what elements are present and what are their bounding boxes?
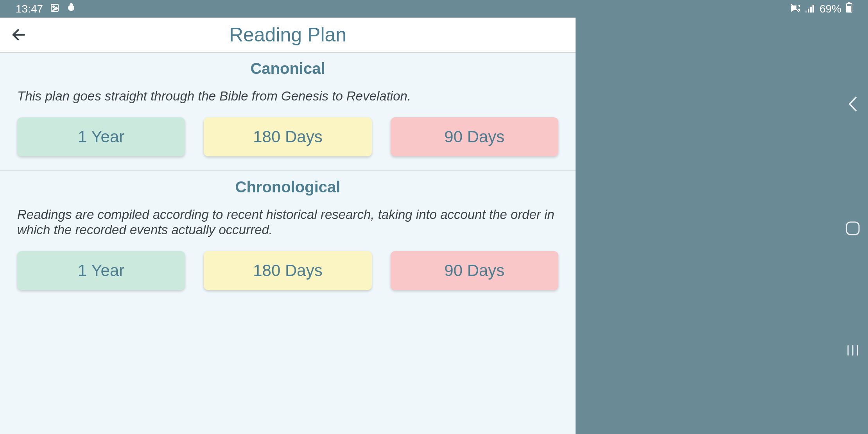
svg-rect-10: [846, 222, 859, 235]
battery-percent: 69%: [820, 3, 841, 15]
svg-point-1: [53, 6, 54, 7]
battery-icon: [846, 2, 852, 15]
option-chronological-90days[interactable]: 90 Days: [391, 251, 558, 290]
signal-icon: [805, 3, 815, 15]
app-header: Reading Plan: [0, 18, 576, 53]
status-bar: 13:47 69%: [0, 0, 868, 18]
status-right: 69%: [790, 2, 852, 15]
gallery-icon: [50, 3, 59, 15]
page-title: Reading Plan: [229, 23, 346, 46]
option-canonical-90days[interactable]: 90 Days: [391, 117, 558, 156]
section-canonical: Canonical This plan goes straight throug…: [0, 53, 576, 171]
system-bar-spacer: [576, 18, 838, 434]
options-chronological: 1 Year 180 Days 90 Days: [17, 251, 558, 290]
section-chronological: Chronological Readings are compiled acco…: [0, 171, 576, 304]
option-canonical-180days[interactable]: 180 Days: [204, 117, 371, 156]
svg-rect-2: [805, 11, 807, 13]
content: Canonical This plan goes straight throug…: [0, 53, 576, 434]
nav-back-icon[interactable]: [847, 95, 859, 113]
app-icon: [66, 2, 76, 15]
system-nav-bar: [838, 18, 868, 434]
status-left: 13:47: [16, 2, 76, 15]
options-canonical: 1 Year 180 Days 90 Days: [17, 117, 558, 156]
svg-rect-3: [808, 9, 809, 13]
svg-rect-5: [812, 5, 814, 13]
option-chronological-1year[interactable]: 1 Year: [17, 251, 185, 290]
svg-rect-8: [847, 6, 851, 12]
back-button[interactable]: [9, 25, 28, 44]
svg-rect-4: [810, 7, 812, 13]
section-desc-chronological: Readings are compiled according to recen…: [17, 207, 558, 238]
nav-recents-icon[interactable]: [846, 344, 860, 357]
option-chronological-180days[interactable]: 180 Days: [204, 251, 371, 290]
status-time: 13:47: [16, 3, 43, 15]
section-title-chronological: Chronological: [17, 178, 558, 196]
option-canonical-1year[interactable]: 1 Year: [17, 117, 185, 156]
vibrate-icon: [790, 3, 801, 15]
section-title-canonical: Canonical: [17, 60, 558, 77]
nav-home-icon[interactable]: [845, 221, 860, 236]
app-area: Reading Plan Canonical This plan goes st…: [0, 18, 576, 434]
section-desc-canonical: This plan goes straight through the Bibl…: [17, 88, 558, 104]
